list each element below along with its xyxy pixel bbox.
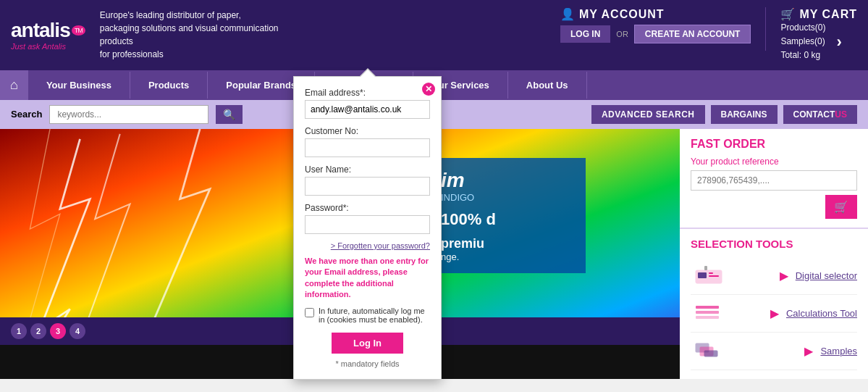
- email-field-group: Email address*:: [305, 88, 430, 119]
- username-label: User Name:: [305, 164, 430, 175]
- username-field-group: User Name:: [305, 164, 430, 196]
- modal-overlay: ✕ Email address*: Customer No: User Name…: [0, 0, 868, 379]
- login-modal: ✕ Email address*: Customer No: User Name…: [293, 76, 442, 379]
- email-label: Email address*:: [305, 88, 430, 98]
- mandatory-note: * mandatory fields: [305, 359, 430, 368]
- username-input[interactable]: [305, 177, 430, 196]
- modal-warning-text: We have more than one entry for your Ema…: [305, 256, 430, 301]
- remember-me-checkbox[interactable]: [305, 308, 314, 317]
- forgot-password-link[interactable]: > Forgotten your password?: [305, 241, 430, 250]
- email-input[interactable]: [305, 100, 430, 119]
- customer-no-field-group: Customer No:: [305, 126, 430, 157]
- customer-no-label: Customer No:: [305, 126, 430, 136]
- modal-triangle: [361, 70, 375, 77]
- modal-login-button[interactable]: Log In: [332, 333, 403, 354]
- remember-me-label: In future, automatically log me in (cook…: [319, 306, 430, 324]
- password-input[interactable]: [305, 215, 430, 234]
- remember-me-row: In future, automatically log me in (cook…: [305, 306, 430, 324]
- password-label: Password*:: [305, 203, 430, 213]
- customer-no-input[interactable]: [305, 138, 430, 157]
- modal-close-button[interactable]: ✕: [422, 83, 435, 96]
- password-field-group: Password*:: [305, 203, 430, 234]
